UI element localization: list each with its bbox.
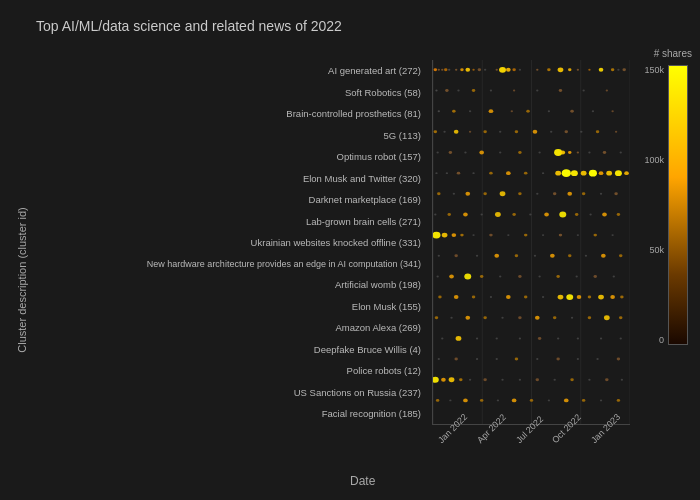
y-label-9: New hardware architecture provides an ed… (32, 259, 427, 270)
svg-point-112 (512, 213, 515, 216)
y-label-5: Elon Musk and Twitter (320) (32, 173, 427, 184)
svg-point-156 (454, 295, 459, 299)
colorbar-tick-100k: 100k (644, 155, 664, 165)
y-label-11: Elon Musk (155) (32, 301, 427, 312)
svg-point-30 (622, 68, 625, 71)
y-label-10: Artificial womb (198) (32, 279, 427, 290)
svg-point-10 (455, 69, 457, 71)
svg-point-161 (542, 296, 544, 298)
svg-point-225 (600, 399, 602, 401)
colorbar-tick-0: 0 (659, 335, 664, 345)
svg-point-120 (433, 232, 441, 239)
svg-point-25 (577, 69, 579, 71)
svg-point-48 (570, 110, 573, 113)
svg-point-170 (450, 317, 452, 319)
svg-point-123 (460, 234, 463, 237)
svg-point-67 (479, 151, 484, 155)
svg-point-55 (483, 130, 486, 133)
y-label-15: US Sanctions on Russia (237) (32, 387, 427, 398)
svg-point-78 (435, 172, 437, 174)
y-axis-label: Cluster description (cluster id) (16, 207, 28, 353)
svg-point-52 (443, 131, 445, 133)
svg-point-109 (463, 212, 468, 216)
svg-point-185 (519, 337, 521, 339)
svg-point-118 (602, 212, 607, 216)
svg-point-101 (536, 193, 538, 195)
svg-point-146 (464, 273, 471, 279)
svg-point-68 (499, 151, 501, 153)
svg-point-24 (568, 68, 571, 71)
svg-point-224 (582, 399, 585, 402)
svg-point-173 (501, 317, 503, 319)
svg-point-74 (577, 151, 579, 153)
svg-point-202 (441, 378, 446, 382)
svg-point-189 (600, 337, 602, 339)
svg-point-28 (611, 68, 614, 71)
svg-point-177 (571, 317, 573, 319)
svg-point-100 (518, 192, 521, 195)
svg-point-211 (570, 378, 573, 381)
svg-point-115 (559, 212, 566, 218)
y-label-1: Soft Robotics (58) (32, 87, 427, 98)
y-label-3: 5G (113) (32, 130, 427, 141)
svg-point-153 (593, 275, 596, 278)
svg-point-57 (515, 130, 518, 133)
svg-point-190 (620, 337, 622, 339)
svg-point-82 (489, 172, 492, 175)
svg-point-117 (589, 213, 591, 215)
svg-point-163 (566, 294, 573, 300)
svg-point-106 (614, 192, 617, 195)
svg-point-42 (452, 110, 455, 113)
svg-point-140 (568, 254, 571, 257)
svg-point-51 (434, 130, 437, 133)
svg-point-155 (438, 296, 441, 299)
svg-point-85 (542, 172, 544, 174)
chart-title: Top AI/ML/data science and related news … (36, 18, 342, 34)
svg-point-62 (596, 130, 599, 133)
svg-point-141 (585, 255, 587, 257)
svg-point-167 (610, 295, 615, 299)
svg-point-38 (559, 89, 562, 92)
svg-point-11 (460, 68, 463, 71)
svg-point-110 (481, 213, 483, 215)
svg-point-26 (588, 69, 590, 71)
x-ticks-container: Jan 2022 Apr 2022 Jul 2022 Oct 2022 Jan … (432, 438, 630, 448)
svg-point-134 (454, 254, 457, 257)
svg-point-186 (538, 337, 541, 340)
svg-point-210 (554, 379, 556, 381)
svg-point-203 (449, 377, 455, 382)
scatter-area (432, 60, 630, 425)
svg-point-142 (601, 254, 606, 258)
svg-point-94 (624, 171, 629, 175)
svg-point-46 (526, 110, 529, 113)
svg-point-151 (556, 275, 559, 278)
svg-point-212 (588, 379, 590, 381)
svg-point-209 (536, 378, 539, 381)
colorbar (668, 65, 688, 345)
svg-point-64 (436, 151, 438, 153)
svg-point-6 (438, 69, 440, 71)
svg-point-154 (613, 275, 615, 277)
svg-point-105 (600, 193, 602, 195)
svg-point-90 (589, 170, 597, 177)
svg-point-16 (496, 69, 498, 71)
svg-point-194 (496, 358, 498, 360)
y-label-16: Facial recognition (185) (32, 408, 427, 419)
svg-point-217 (463, 398, 468, 402)
svg-point-69 (518, 151, 521, 154)
svg-point-75 (588, 151, 590, 153)
svg-point-7 (441, 69, 443, 71)
x-axis-label: Date (350, 474, 375, 488)
svg-point-206 (483, 378, 486, 381)
svg-point-128 (542, 234, 544, 236)
svg-point-197 (556, 358, 559, 361)
svg-point-127 (524, 234, 527, 237)
svg-point-207 (501, 379, 503, 381)
y-label-2: Brain-controlled prosthetics (81) (32, 108, 427, 119)
svg-point-188 (577, 337, 579, 339)
svg-point-182 (456, 336, 462, 341)
svg-point-175 (535, 316, 540, 320)
svg-point-92 (606, 171, 612, 176)
y-label-7: Lab-grown brain cells (271) (32, 216, 427, 227)
svg-point-220 (512, 398, 517, 402)
